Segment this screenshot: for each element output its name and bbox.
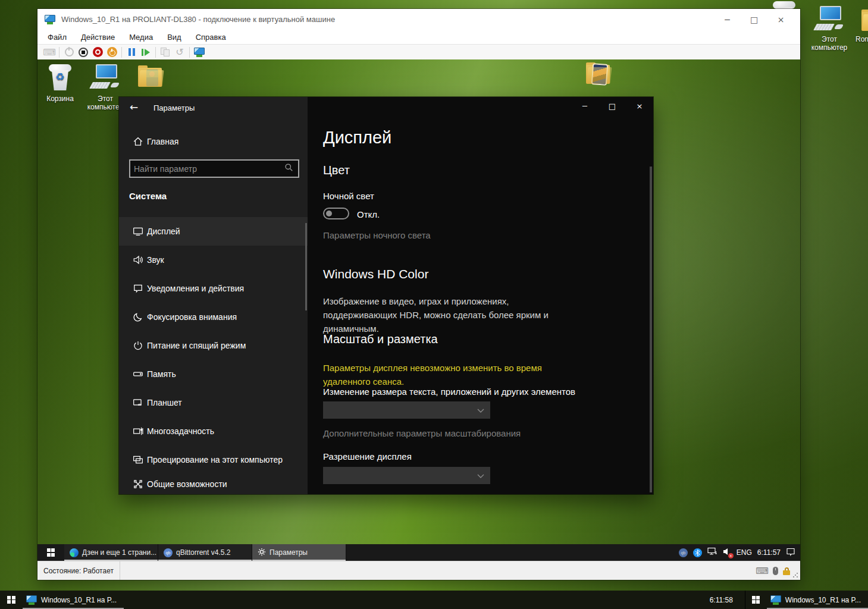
content-scrollbar[interactable]	[650, 167, 652, 492]
menu-file[interactable]: Файл	[48, 33, 67, 42]
vm-close-button[interactable]: ×	[767, 9, 794, 30]
edge-icon	[70, 548, 79, 557]
host-this-pc-icon[interactable]: Этот компьютер	[809, 6, 850, 52]
sidebar-scrollbar[interactable]	[305, 223, 307, 310]
revert-icon[interactable]: ↺	[173, 46, 187, 59]
sidebar-item-projecting[interactable]: Проецирование на этот компьютер	[119, 445, 308, 474]
windows-logo-icon	[752, 596, 760, 604]
host-start-button[interactable]	[0, 591, 23, 609]
resize-grip[interactable]	[792, 572, 798, 578]
taskbar-button-qbittorrent[interactable]: qb qBittorrent v4.5.2	[158, 544, 252, 561]
hyperv-vm-icon	[770, 595, 781, 605]
focus-assist-icon	[133, 312, 143, 322]
menu-view[interactable]: Вид	[167, 33, 181, 42]
shut-down-icon[interactable]	[90, 46, 105, 59]
settings-maximize-button[interactable]: □	[598, 97, 626, 115]
pause-icon[interactable]	[124, 46, 139, 59]
hd-color-description: Изображение в видео, играх и приложениях…	[323, 294, 580, 335]
search-icon[interactable]	[284, 163, 293, 174]
vm-recycle-bin[interactable]: ♻ Корзина	[45, 64, 75, 103]
settings-search-box[interactable]	[129, 159, 299, 178]
menu-media[interactable]: Медиа	[129, 33, 153, 42]
menu-help[interactable]: Справка	[196, 33, 226, 42]
sidebar-item-label: Дисплей	[147, 227, 180, 236]
vm-statusbar: Состояние: Работает ⌨	[37, 561, 800, 580]
qbittorrent-tray-icon[interactable]: qb	[679, 548, 688, 557]
home-icon	[133, 136, 143, 147]
vm-menubar: Файл Действие Медиа Вид Справка	[37, 30, 800, 44]
page-title: Дисплей	[323, 128, 391, 147]
sidebar-item-sound[interactable]: Звук	[119, 246, 308, 274]
scale-section-heading: Масштаб и разметка	[323, 332, 438, 346]
hyperv-vm-icon	[45, 15, 55, 24]
keyboard-status-icon: ⌨	[756, 566, 769, 576]
taskbar-button-settings[interactable]: Параметры	[252, 544, 346, 561]
host-folder-label: Ron	[856, 35, 868, 43]
sidebar-item-home[interactable]: Главная	[119, 131, 308, 152]
vm-start-button[interactable]	[37, 544, 64, 561]
tablet-icon	[133, 397, 143, 408]
vm-window-title: Windows_10_R1 на PROLIANT-DL380 - подклю…	[61, 15, 335, 24]
settings-window: ← Параметры Главная Систем	[119, 97, 653, 494]
network-icon[interactable]	[707, 547, 717, 558]
night-light-settings-link[interactable]: Параметры ночного света	[323, 230, 431, 240]
settings-sidebar: ← Параметры Главная Систем	[119, 97, 308, 494]
sidebar-item-label: Планшет	[147, 398, 182, 407]
enhanced-session-icon[interactable]	[192, 46, 206, 59]
sidebar-item-display[interactable]: Дисплей	[119, 217, 308, 246]
taskbar-button-label: qBittorrent v4.5.2	[176, 548, 230, 557]
vm-minimize-button[interactable]: ─	[714, 9, 741, 30]
vm-pictures-folder[interactable]	[582, 61, 613, 85]
action-center-icon[interactable]	[786, 547, 795, 558]
turn-off-icon[interactable]	[76, 46, 90, 59]
hd-color-heading: Windows HD Color	[323, 267, 428, 281]
volume-muted-icon[interactable]: ×	[723, 547, 731, 558]
language-indicator[interactable]: ENG	[737, 548, 752, 557]
user-folder-icon	[137, 64, 163, 88]
sidebar-item-shared-experiences[interactable]: Общие возможности	[119, 474, 308, 494]
lock-status-icon	[782, 567, 791, 575]
host-taskbar-vmconnect-button[interactable]: Windows_10_R1 на P...	[23, 591, 124, 609]
night-light-toggle[interactable]	[323, 208, 349, 219]
chevron-down-icon	[477, 470, 484, 481]
vm-titlebar[interactable]: Windows_10_R1 на PROLIANT-DL380 - подклю…	[37, 9, 800, 30]
sidebar-item-label: Питание и спящий режим	[147, 341, 246, 350]
sidebar-item-notifications[interactable]: Уведомления и действия	[119, 274, 308, 303]
settings-minimize-button[interactable]: ─	[571, 97, 598, 115]
host-start-button-secondary[interactable]	[745, 591, 767, 609]
resume-icon[interactable]	[139, 46, 153, 59]
sidebar-item-focus-assist[interactable]: Фокусировка внимания	[119, 303, 308, 331]
sidebar-item-storage[interactable]: Память	[119, 360, 308, 388]
mute-badge-icon: ×	[728, 553, 734, 558]
checkpoint-icon[interactable]	[158, 46, 173, 59]
settings-close-button[interactable]: ×	[626, 97, 653, 115]
settings-content: ─ □ × Дисплей Цвет Ночной свет Откл. Пар…	[308, 97, 653, 494]
start-vm-icon[interactable]	[62, 46, 76, 59]
host-taskbar-vmconnect-button-secondary[interactable]: Windows_10_R1 на P...	[767, 591, 868, 609]
search-input[interactable]	[130, 164, 284, 174]
ctrl-alt-del-icon[interactable]: ⌨	[42, 46, 57, 59]
save-vm-icon[interactable]	[105, 46, 119, 59]
qbittorrent-icon: qb	[164, 548, 173, 557]
back-icon[interactable]: ←	[130, 101, 138, 113]
folder-icon	[860, 8, 868, 32]
host-folder-icon[interactable]: Ron	[856, 8, 868, 43]
vm-clock[interactable]: 6:11:57	[757, 548, 781, 557]
bluetooth-icon[interactable]	[693, 548, 702, 557]
sidebar-item-multitasking[interactable]: Многозадачность	[119, 417, 308, 445]
taskbar-button-label: Дзен и еще 1 страни...	[82, 548, 156, 557]
advanced-scaling-link[interactable]: Дополнительные параметры масштабирования	[323, 428, 521, 438]
taskbar-button-edge[interactable]: Дзен и еще 1 страни...	[64, 544, 158, 561]
sidebar-item-power-sleep[interactable]: Питание и спящий режим	[119, 331, 308, 360]
vm-state-label: Состояние: Работает	[37, 567, 120, 575]
vm-user-folder[interactable]	[134, 64, 165, 88]
sidebar-item-tablet[interactable]: Планшет	[119, 388, 308, 417]
scale-dropdown[interactable]	[323, 401, 490, 419]
host-clock[interactable]: 6:11:58	[710, 591, 739, 609]
resolution-dropdown[interactable]	[323, 467, 490, 484]
menu-action[interactable]: Действие	[81, 33, 115, 42]
host-taskbar: Windows_10_R1 на P... 6:11:58 Windows_10…	[0, 591, 868, 609]
vm-maximize-button[interactable]: □	[741, 9, 767, 30]
chevron-down-icon	[477, 405, 484, 416]
sidebar-item-label: Звук	[147, 255, 164, 265]
